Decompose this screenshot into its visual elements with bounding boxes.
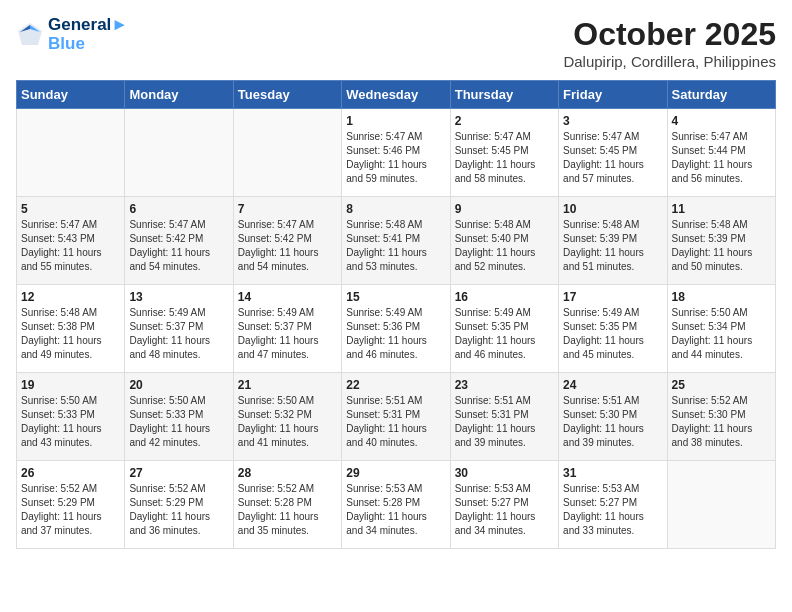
day-number: 24 [563,378,662,392]
cell-sun-info: Sunrise: 5:48 AM Sunset: 5:41 PM Dayligh… [346,218,445,274]
calendar-cell [125,109,233,197]
calendar-cell [17,109,125,197]
day-number: 16 [455,290,554,304]
cell-sun-info: Sunrise: 5:47 AM Sunset: 5:44 PM Dayligh… [672,130,771,186]
calendar-cell: 27Sunrise: 5:52 AM Sunset: 5:29 PM Dayli… [125,461,233,549]
day-of-week-header: Thursday [450,81,558,109]
cell-sun-info: Sunrise: 5:52 AM Sunset: 5:30 PM Dayligh… [672,394,771,450]
calendar-cell: 8Sunrise: 5:48 AM Sunset: 5:41 PM Daylig… [342,197,450,285]
calendar-cell: 31Sunrise: 5:53 AM Sunset: 5:27 PM Dayli… [559,461,667,549]
calendar-cell: 30Sunrise: 5:53 AM Sunset: 5:27 PM Dayli… [450,461,558,549]
calendar-cell: 10Sunrise: 5:48 AM Sunset: 5:39 PM Dayli… [559,197,667,285]
calendar-cell: 24Sunrise: 5:51 AM Sunset: 5:30 PM Dayli… [559,373,667,461]
day-number: 17 [563,290,662,304]
cell-sun-info: Sunrise: 5:51 AM Sunset: 5:31 PM Dayligh… [455,394,554,450]
calendar-header-row: SundayMondayTuesdayWednesdayThursdayFrid… [17,81,776,109]
cell-sun-info: Sunrise: 5:52 AM Sunset: 5:29 PM Dayligh… [21,482,120,538]
calendar-cell: 18Sunrise: 5:50 AM Sunset: 5:34 PM Dayli… [667,285,775,373]
page-header: General► Blue October 2025 Dalupirip, Co… [16,16,776,70]
day-number: 12 [21,290,120,304]
cell-sun-info: Sunrise: 5:48 AM Sunset: 5:38 PM Dayligh… [21,306,120,362]
calendar-cell: 16Sunrise: 5:49 AM Sunset: 5:35 PM Dayli… [450,285,558,373]
day-number: 13 [129,290,228,304]
cell-sun-info: Sunrise: 5:53 AM Sunset: 5:27 PM Dayligh… [563,482,662,538]
cell-sun-info: Sunrise: 5:49 AM Sunset: 5:37 PM Dayligh… [238,306,337,362]
day-number: 3 [563,114,662,128]
cell-sun-info: Sunrise: 5:47 AM Sunset: 5:43 PM Dayligh… [21,218,120,274]
cell-sun-info: Sunrise: 5:51 AM Sunset: 5:31 PM Dayligh… [346,394,445,450]
cell-sun-info: Sunrise: 5:52 AM Sunset: 5:28 PM Dayligh… [238,482,337,538]
calendar-cell: 7Sunrise: 5:47 AM Sunset: 5:42 PM Daylig… [233,197,341,285]
calendar-cell [233,109,341,197]
calendar-cell: 19Sunrise: 5:50 AM Sunset: 5:33 PM Dayli… [17,373,125,461]
calendar-cell: 28Sunrise: 5:52 AM Sunset: 5:28 PM Dayli… [233,461,341,549]
day-number: 15 [346,290,445,304]
logo-text: General► Blue [48,16,128,53]
cell-sun-info: Sunrise: 5:51 AM Sunset: 5:30 PM Dayligh… [563,394,662,450]
calendar-cell: 9Sunrise: 5:48 AM Sunset: 5:40 PM Daylig… [450,197,558,285]
day-number: 6 [129,202,228,216]
calendar-cell: 3Sunrise: 5:47 AM Sunset: 5:45 PM Daylig… [559,109,667,197]
calendar-week-row: 5Sunrise: 5:47 AM Sunset: 5:43 PM Daylig… [17,197,776,285]
calendar-cell: 15Sunrise: 5:49 AM Sunset: 5:36 PM Dayli… [342,285,450,373]
cell-sun-info: Sunrise: 5:50 AM Sunset: 5:33 PM Dayligh… [21,394,120,450]
cell-sun-info: Sunrise: 5:49 AM Sunset: 5:37 PM Dayligh… [129,306,228,362]
cell-sun-info: Sunrise: 5:48 AM Sunset: 5:40 PM Dayligh… [455,218,554,274]
logo-icon [16,21,44,49]
day-number: 7 [238,202,337,216]
calendar-cell: 2Sunrise: 5:47 AM Sunset: 5:45 PM Daylig… [450,109,558,197]
calendar-cell: 4Sunrise: 5:47 AM Sunset: 5:44 PM Daylig… [667,109,775,197]
cell-sun-info: Sunrise: 5:52 AM Sunset: 5:29 PM Dayligh… [129,482,228,538]
day-number: 8 [346,202,445,216]
day-number: 2 [455,114,554,128]
month-title: October 2025 [563,16,776,53]
location: Dalupirip, Cordillera, Philippines [563,53,776,70]
calendar-week-row: 26Sunrise: 5:52 AM Sunset: 5:29 PM Dayli… [17,461,776,549]
day-of-week-header: Sunday [17,81,125,109]
calendar-week-row: 19Sunrise: 5:50 AM Sunset: 5:33 PM Dayli… [17,373,776,461]
day-number: 23 [455,378,554,392]
calendar-cell: 25Sunrise: 5:52 AM Sunset: 5:30 PM Dayli… [667,373,775,461]
cell-sun-info: Sunrise: 5:50 AM Sunset: 5:32 PM Dayligh… [238,394,337,450]
day-number: 26 [21,466,120,480]
day-number: 29 [346,466,445,480]
day-number: 21 [238,378,337,392]
calendar-cell: 21Sunrise: 5:50 AM Sunset: 5:32 PM Dayli… [233,373,341,461]
day-number: 9 [455,202,554,216]
day-of-week-header: Tuesday [233,81,341,109]
cell-sun-info: Sunrise: 5:49 AM Sunset: 5:35 PM Dayligh… [455,306,554,362]
cell-sun-info: Sunrise: 5:49 AM Sunset: 5:35 PM Dayligh… [563,306,662,362]
calendar-week-row: 1Sunrise: 5:47 AM Sunset: 5:46 PM Daylig… [17,109,776,197]
day-number: 5 [21,202,120,216]
cell-sun-info: Sunrise: 5:49 AM Sunset: 5:36 PM Dayligh… [346,306,445,362]
cell-sun-info: Sunrise: 5:48 AM Sunset: 5:39 PM Dayligh… [672,218,771,274]
day-number: 27 [129,466,228,480]
calendar-cell: 22Sunrise: 5:51 AM Sunset: 5:31 PM Dayli… [342,373,450,461]
day-number: 25 [672,378,771,392]
day-number: 18 [672,290,771,304]
day-number: 31 [563,466,662,480]
day-of-week-header: Monday [125,81,233,109]
day-number: 14 [238,290,337,304]
calendar-cell: 11Sunrise: 5:48 AM Sunset: 5:39 PM Dayli… [667,197,775,285]
title-block: October 2025 Dalupirip, Cordillera, Phil… [563,16,776,70]
day-of-week-header: Saturday [667,81,775,109]
cell-sun-info: Sunrise: 5:47 AM Sunset: 5:42 PM Dayligh… [129,218,228,274]
calendar-cell: 1Sunrise: 5:47 AM Sunset: 5:46 PM Daylig… [342,109,450,197]
cell-sun-info: Sunrise: 5:47 AM Sunset: 5:45 PM Dayligh… [563,130,662,186]
calendar-cell: 13Sunrise: 5:49 AM Sunset: 5:37 PM Dayli… [125,285,233,373]
calendar-cell: 29Sunrise: 5:53 AM Sunset: 5:28 PM Dayli… [342,461,450,549]
cell-sun-info: Sunrise: 5:47 AM Sunset: 5:42 PM Dayligh… [238,218,337,274]
calendar-cell: 17Sunrise: 5:49 AM Sunset: 5:35 PM Dayli… [559,285,667,373]
day-number: 22 [346,378,445,392]
cell-sun-info: Sunrise: 5:53 AM Sunset: 5:27 PM Dayligh… [455,482,554,538]
calendar-cell: 5Sunrise: 5:47 AM Sunset: 5:43 PM Daylig… [17,197,125,285]
calendar-cell: 6Sunrise: 5:47 AM Sunset: 5:42 PM Daylig… [125,197,233,285]
day-number: 30 [455,466,554,480]
day-number: 1 [346,114,445,128]
cell-sun-info: Sunrise: 5:53 AM Sunset: 5:28 PM Dayligh… [346,482,445,538]
calendar-cell: 12Sunrise: 5:48 AM Sunset: 5:38 PM Dayli… [17,285,125,373]
calendar-cell: 23Sunrise: 5:51 AM Sunset: 5:31 PM Dayli… [450,373,558,461]
cell-sun-info: Sunrise: 5:47 AM Sunset: 5:45 PM Dayligh… [455,130,554,186]
day-number: 4 [672,114,771,128]
